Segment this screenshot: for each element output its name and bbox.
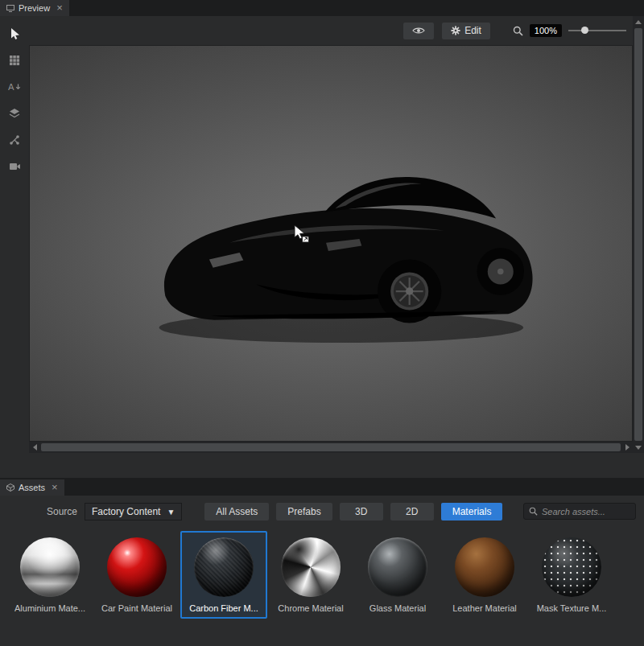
- mask-texture-material-thumbnail: [542, 537, 601, 597]
- text-tool-button[interactable]: A: [4, 77, 25, 97]
- asset-item-mask-texture[interactable]: Mask Texture M...: [528, 531, 615, 619]
- asset-item-car-paint[interactable]: Car Paint Material: [93, 531, 180, 619]
- horizontal-scrollbar-thumb[interactable]: [41, 443, 621, 451]
- tab-preview[interactable]: Preview ×: [0, 0, 69, 16]
- triangle-right-icon: [625, 444, 630, 451]
- text-sort-icon: A: [8, 81, 21, 93]
- asset-filters: All Assets Prefabs 3D 2D Materials: [204, 503, 510, 521]
- zoom-slider-track[interactable]: [568, 30, 626, 31]
- tab-assets[interactable]: Assets ×: [0, 479, 64, 496]
- preview-tab-icon: [6, 5, 14, 12]
- scroll-up-button[interactable]: [633, 16, 644, 27]
- mouse-cursor: [292, 224, 310, 244]
- assets-panel: Source Factory Content ▼ All Assets Pref…: [0, 496, 644, 646]
- caret-down-icon: ▼: [167, 508, 175, 516]
- aluminium-material-thumbnail: [20, 537, 80, 597]
- asset-item-aluminium[interactable]: Aluminium Mate...: [6, 531, 93, 619]
- scroll-right-button[interactable]: [621, 442, 633, 453]
- source-label: Source: [47, 506, 77, 517]
- gear-icon: [451, 26, 460, 35]
- node-graph-button[interactable]: [4, 130, 25, 150]
- asset-item-chrome[interactable]: Chrome Material: [267, 531, 354, 619]
- assets-toolbar: Source Factory Content ▼ All Assets Pref…: [0, 502, 644, 521]
- car-model: [142, 126, 537, 352]
- asset-label: Car Paint Material: [101, 603, 172, 613]
- glass-material-thumbnail: [368, 537, 427, 597]
- node-graph-icon: [9, 134, 20, 146]
- source-dropdown-value: Factory Content: [92, 506, 160, 517]
- camera-icon: [9, 162, 21, 171]
- preview-tab-label: Preview: [19, 3, 50, 13]
- app-window: Preview × A Edit: [0, 0, 644, 646]
- scroll-left-button[interactable]: [29, 442, 40, 453]
- zoom-controls: 100%: [513, 24, 626, 37]
- scroll-down-button[interactable]: [633, 442, 644, 453]
- asset-label: Aluminium Mate...: [14, 603, 85, 613]
- asset-grid: Aluminium Mate... Car Paint Material Car…: [6, 531, 644, 619]
- close-preview-tab-button[interactable]: ×: [56, 4, 63, 12]
- asset-item-leather[interactable]: Leather Material: [441, 531, 528, 619]
- cursor-arrow-icon: [9, 27, 20, 40]
- layers-button[interactable]: [4, 104, 25, 123]
- asset-item-glass[interactable]: Glass Material: [354, 531, 441, 619]
- preview-tabbar: Preview ×: [0, 0, 644, 16]
- triangle-up-icon: [635, 20, 642, 24]
- leather-material-thumbnail: [455, 537, 514, 597]
- source-dropdown[interactable]: Factory Content ▼: [85, 503, 182, 521]
- filter-prefabs[interactable]: Prefabs: [276, 503, 332, 521]
- car-paint-material-thumbnail: [107, 537, 167, 597]
- magnifier-icon: [513, 26, 523, 36]
- viewport-toolbar: Edit 100%: [403, 22, 626, 39]
- asset-label: Glass Material: [369, 603, 426, 613]
- camera-view-button[interactable]: [4, 157, 25, 176]
- left-toolbar: A: [0, 16, 29, 478]
- eye-icon: [412, 27, 425, 35]
- select-tool-button[interactable]: [4, 24, 25, 43]
- chrome-material-thumbnail: [281, 537, 341, 597]
- layers-icon: [8, 108, 21, 119]
- 3d-viewport[interactable]: [29, 45, 633, 442]
- assets-tabbar: Assets ×: [0, 478, 644, 496]
- filter-2d[interactable]: 2D: [390, 503, 434, 521]
- assets-tab-label: Assets: [19, 483, 45, 492]
- asset-label: Mask Texture M...: [537, 603, 607, 613]
- edit-button[interactable]: Edit: [442, 23, 490, 39]
- table-view-button[interactable]: [4, 51, 25, 70]
- carbon-fiber-material-thumbnail: [194, 537, 254, 597]
- vertical-scrollbar[interactable]: [633, 16, 644, 453]
- svg-text:A: A: [8, 82, 14, 93]
- filter-materials[interactable]: Materials: [441, 503, 503, 521]
- asset-label: Leather Material: [452, 603, 517, 613]
- zoom-slider-thumb[interactable]: [581, 27, 588, 34]
- zoom-slider[interactable]: [568, 25, 626, 36]
- table-icon: [9, 55, 20, 66]
- triangle-left-icon: [33, 444, 37, 451]
- assets-tab-icon: [6, 483, 14, 492]
- asset-item-carbon-fiber[interactable]: Carbon Fiber M...: [180, 531, 267, 619]
- filter-3d[interactable]: 3D: [340, 503, 383, 521]
- asset-label: Carbon Fiber M...: [189, 603, 258, 613]
- visibility-button[interactable]: [403, 23, 434, 39]
- search-icon: [529, 507, 538, 516]
- vertical-scrollbar-thumb[interactable]: [634, 28, 642, 441]
- triangle-down-icon: [635, 446, 642, 450]
- zoom-level-value: 100%: [530, 24, 562, 37]
- filter-all-assets[interactable]: All Assets: [204, 503, 269, 521]
- asset-search[interactable]: [523, 503, 636, 520]
- horizontal-scrollbar[interactable]: [29, 442, 633, 453]
- asset-label: Chrome Material: [278, 603, 343, 613]
- search-input[interactable]: [542, 507, 630, 516]
- close-assets-tab-button[interactable]: ×: [52, 483, 58, 492]
- edit-button-label: Edit: [464, 25, 481, 36]
